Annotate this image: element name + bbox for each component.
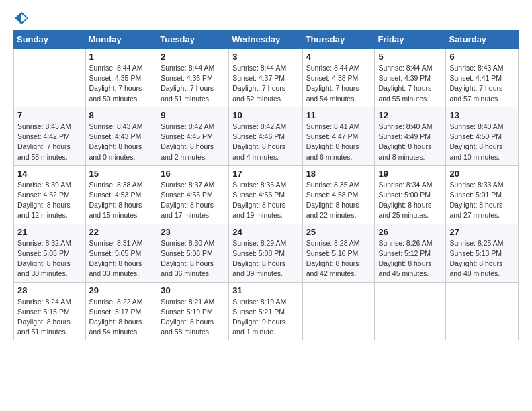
day-number: 1: [89, 52, 154, 62]
calendar-cell: 1Sunrise: 8:44 AMSunset: 4:35 PMDaylight…: [85, 49, 157, 107]
calendar-cell: 26Sunrise: 8:26 AMSunset: 5:12 PMDayligh…: [375, 224, 446, 282]
day-info: Sunrise: 8:28 AMSunset: 5:10 PMDaylight:…: [306, 238, 371, 279]
day-number: 31: [232, 285, 298, 295]
calendar-cell: 9Sunrise: 8:42 AMSunset: 4:45 PMDaylight…: [157, 107, 229, 165]
day-number: 4: [306, 52, 371, 62]
calendar-cell: 23Sunrise: 8:30 AMSunset: 5:06 PMDayligh…: [157, 224, 229, 282]
calendar-cell: [14, 49, 86, 107]
day-info: Sunrise: 8:43 AMSunset: 4:43 PMDaylight:…: [89, 122, 154, 163]
calendar-cell: 22Sunrise: 8:31 AMSunset: 5:05 PMDayligh…: [85, 224, 157, 282]
col-saturday: Saturday: [446, 30, 519, 49]
day-number: 9: [161, 110, 225, 120]
day-info: Sunrise: 8:44 AMSunset: 4:38 PMDaylight:…: [306, 63, 371, 104]
day-number: 30: [161, 285, 225, 295]
calendar-cell: 31Sunrise: 8:19 AMSunset: 5:21 PMDayligh…: [229, 282, 302, 340]
calendar-cell: [302, 282, 375, 340]
day-number: 3: [232, 52, 298, 62]
day-number: 10: [232, 110, 298, 120]
calendar-cell: 16Sunrise: 8:37 AMSunset: 4:55 PMDayligh…: [157, 165, 229, 224]
col-sunday: Sunday: [14, 30, 86, 49]
day-number: 6: [449, 52, 515, 62]
day-info: Sunrise: 8:33 AMSunset: 5:01 PMDaylight:…: [449, 180, 515, 221]
day-number: 8: [89, 110, 154, 120]
day-info: Sunrise: 8:22 AMSunset: 5:17 PMDaylight:…: [89, 297, 154, 338]
day-info: Sunrise: 8:38 AMSunset: 4:53 PMDaylight:…: [89, 180, 154, 221]
calendar-cell: 19Sunrise: 8:34 AMSunset: 5:00 PMDayligh…: [375, 165, 446, 224]
col-wednesday: Wednesday: [229, 30, 302, 49]
day-number: 20: [449, 169, 515, 179]
day-number: 2: [161, 52, 225, 62]
calendar-week-row: 7Sunrise: 8:43 AMSunset: 4:42 PMDaylight…: [14, 107, 519, 165]
day-number: 7: [17, 110, 82, 120]
day-info: Sunrise: 8:44 AMSunset: 4:35 PMDaylight:…: [89, 63, 154, 104]
day-number: 5: [378, 52, 442, 62]
calendar-table: Sunday Monday Tuesday Wednesday Thursday…: [13, 30, 519, 340]
calendar-cell: 6Sunrise: 8:43 AMSunset: 4:41 PMDaylight…: [446, 49, 519, 107]
calendar-cell: 24Sunrise: 8:29 AMSunset: 5:08 PMDayligh…: [229, 224, 302, 282]
day-info: Sunrise: 8:43 AMSunset: 4:42 PMDaylight:…: [17, 122, 82, 163]
col-thursday: Thursday: [302, 30, 375, 49]
day-info: Sunrise: 8:43 AMSunset: 4:41 PMDaylight:…: [449, 63, 515, 104]
calendar-cell: [375, 282, 446, 340]
day-number: 23: [161, 227, 225, 237]
day-info: Sunrise: 8:29 AMSunset: 5:08 PMDaylight:…: [232, 238, 298, 279]
day-number: 24: [232, 227, 298, 237]
day-info: Sunrise: 8:39 AMSunset: 4:52 PMDaylight:…: [17, 180, 82, 221]
day-info: Sunrise: 8:42 AMSunset: 4:45 PMDaylight:…: [161, 122, 225, 163]
day-info: Sunrise: 8:44 AMSunset: 4:36 PMDaylight:…: [161, 63, 225, 104]
calendar-cell: [446, 282, 519, 340]
calendar-cell: 27Sunrise: 8:25 AMSunset: 5:13 PMDayligh…: [446, 224, 519, 282]
day-info: Sunrise: 8:21 AMSunset: 5:19 PMDaylight:…: [161, 297, 225, 338]
day-info: Sunrise: 8:32 AMSunset: 5:03 PMDaylight:…: [17, 238, 82, 279]
calendar-week-row: 28Sunrise: 8:24 AMSunset: 5:15 PMDayligh…: [14, 282, 519, 340]
day-number: 25: [306, 227, 371, 237]
day-number: 28: [17, 285, 82, 295]
day-info: Sunrise: 8:30 AMSunset: 5:06 PMDaylight:…: [161, 238, 225, 279]
calendar-cell: 29Sunrise: 8:22 AMSunset: 5:17 PMDayligh…: [85, 282, 157, 340]
col-friday: Friday: [375, 30, 446, 49]
calendar-cell: 15Sunrise: 8:38 AMSunset: 4:53 PMDayligh…: [85, 165, 157, 224]
day-info: Sunrise: 8:42 AMSunset: 4:46 PMDaylight:…: [232, 122, 298, 163]
day-number: 27: [449, 227, 515, 237]
day-number: 26: [378, 227, 442, 237]
calendar-cell: 8Sunrise: 8:43 AMSunset: 4:43 PMDaylight…: [85, 107, 157, 165]
calendar-week-row: 21Sunrise: 8:32 AMSunset: 5:03 PMDayligh…: [14, 224, 519, 282]
calendar-cell: 2Sunrise: 8:44 AMSunset: 4:36 PMDaylight…: [157, 49, 229, 107]
calendar-cell: 3Sunrise: 8:44 AMSunset: 4:37 PMDaylight…: [229, 49, 302, 107]
day-number: 19: [378, 169, 442, 179]
day-info: Sunrise: 8:34 AMSunset: 5:00 PMDaylight:…: [378, 180, 442, 221]
header: [13, 11, 519, 23]
col-monday: Monday: [85, 30, 157, 49]
day-info: Sunrise: 8:40 AMSunset: 4:49 PMDaylight:…: [378, 122, 442, 163]
day-info: Sunrise: 8:37 AMSunset: 4:55 PMDaylight:…: [161, 180, 225, 221]
page: Sunday Monday Tuesday Wednesday Thursday…: [0, 0, 532, 411]
day-info: Sunrise: 8:24 AMSunset: 5:15 PMDaylight:…: [17, 297, 82, 338]
calendar-header-row: Sunday Monday Tuesday Wednesday Thursday…: [14, 30, 519, 49]
day-number: 13: [449, 110, 515, 120]
calendar-cell: 21Sunrise: 8:32 AMSunset: 5:03 PMDayligh…: [14, 224, 86, 282]
day-number: 11: [306, 110, 371, 120]
day-info: Sunrise: 8:35 AMSunset: 4:58 PMDaylight:…: [306, 180, 371, 221]
calendar-week-row: 1Sunrise: 8:44 AMSunset: 4:35 PMDaylight…: [14, 49, 519, 107]
calendar-cell: 5Sunrise: 8:44 AMSunset: 4:39 PMDaylight…: [375, 49, 446, 107]
day-number: 18: [306, 169, 371, 179]
day-number: 21: [17, 227, 82, 237]
day-number: 14: [17, 169, 82, 179]
calendar-cell: 17Sunrise: 8:36 AMSunset: 4:56 PMDayligh…: [229, 165, 302, 224]
col-tuesday: Tuesday: [157, 30, 229, 49]
day-number: 15: [89, 169, 154, 179]
day-info: Sunrise: 8:40 AMSunset: 4:50 PMDaylight:…: [449, 122, 515, 163]
day-info: Sunrise: 8:19 AMSunset: 5:21 PMDaylight:…: [232, 297, 298, 338]
calendar-cell: 10Sunrise: 8:42 AMSunset: 4:46 PMDayligh…: [229, 107, 302, 165]
calendar-cell: 18Sunrise: 8:35 AMSunset: 4:58 PMDayligh…: [302, 165, 375, 224]
day-number: 17: [232, 169, 298, 179]
day-number: 22: [89, 227, 154, 237]
day-number: 12: [378, 110, 442, 120]
logo: [13, 11, 30, 23]
day-info: Sunrise: 8:26 AMSunset: 5:12 PMDaylight:…: [378, 238, 442, 279]
day-info: Sunrise: 8:41 AMSunset: 4:47 PMDaylight:…: [306, 122, 371, 163]
calendar-cell: 30Sunrise: 8:21 AMSunset: 5:19 PMDayligh…: [157, 282, 229, 340]
day-info: Sunrise: 8:25 AMSunset: 5:13 PMDaylight:…: [449, 238, 515, 279]
calendar-cell: 11Sunrise: 8:41 AMSunset: 4:47 PMDayligh…: [302, 107, 375, 165]
calendar-cell: 4Sunrise: 8:44 AMSunset: 4:38 PMDaylight…: [302, 49, 375, 107]
